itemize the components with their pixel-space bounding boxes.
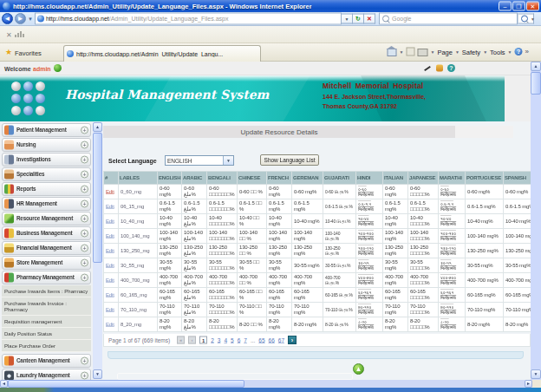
scroll-left-icon[interactable]: ◄: [0, 380, 8, 388]
sidebar-item-reports[interactable]: Reports+: [2, 182, 91, 196]
value-cell: 30-55 mg%: [466, 258, 504, 273]
back-button[interactable]: ◄: [2, 13, 13, 24]
expand-plus-icon[interactable]: +: [81, 357, 88, 365]
sidebar-scroll-down-icon[interactable]: ▼: [93, 369, 102, 379]
search-button[interactable]: ▼: [518, 14, 534, 24]
window-horizontal-scrollbar[interactable]: ◄ ►: [0, 380, 532, 388]
chevron-more-icon[interactable]: »: [525, 49, 529, 56]
edit-link[interactable]: Edit: [106, 203, 114, 209]
expand-plus-icon[interactable]: +: [81, 156, 88, 164]
pager-next-button[interactable]: ›: [288, 336, 297, 344]
print-dropdown-icon[interactable]: ▼: [430, 49, 434, 55]
help-person-icon[interactable]: ?: [447, 64, 455, 72]
submenu-item[interactable]: Daily Position Status: [2, 328, 91, 340]
menubar-close-icon[interactable]: ✕: [6, 31, 12, 38]
sidebar-item-hr-management[interactable]: HR Management+: [2, 197, 91, 211]
hscroll-thumb[interactable]: [8, 380, 244, 388]
expand-plus-icon[interactable]: +: [81, 259, 88, 267]
sidebar-item-store-management[interactable]: Store Management+: [2, 256, 91, 270]
pager-prev-button[interactable]: ‹: [188, 336, 196, 344]
sidebar-scroll-up-icon[interactable]: ▲: [93, 122, 102, 132]
expand-plus-icon[interactable]: +: [81, 186, 88, 193]
pager-page-link[interactable]: 66: [269, 336, 275, 343]
submenu-item[interactable]: Purchase Inwards Items : Pharmacy: [2, 285, 91, 297]
edit-link[interactable]: Edit: [106, 218, 114, 224]
pager-page-link[interactable]: 7: [244, 336, 247, 343]
home-icon[interactable]: [387, 49, 396, 56]
expand-plus-icon[interactable]: +: [81, 171, 88, 179]
expand-plus-icon[interactable]: +: [81, 215, 88, 223]
scroll-up-icon[interactable]: ▲: [531, 62, 541, 71]
edit-link[interactable]: Edit: [106, 262, 114, 268]
sidebar-item-financial-management[interactable]: Financial Management+: [2, 241, 91, 255]
sidebar-scrollbar[interactable]: ▲ ▼: [93, 122, 102, 379]
edit-link[interactable]: Edit: [106, 321, 114, 327]
edit-link[interactable]: Edit: [106, 247, 114, 253]
edit-link[interactable]: Edit: [106, 188, 114, 194]
sidebar-item-patient-management[interactable]: Patient Management+: [2, 123, 91, 137]
edit-link[interactable]: Edit: [106, 232, 114, 238]
favorites-star-icon[interactable]: ★: [5, 48, 12, 56]
pager-page-link[interactable]: 67: [278, 336, 284, 343]
sidebar-item-specialities[interactable]: Specialities+: [2, 167, 91, 181]
expand-plus-icon[interactable]: +: [81, 141, 88, 149]
search-input[interactable]: Google: [379, 13, 518, 25]
feeds-icon[interactable]: [406, 48, 414, 56]
edit-link[interactable]: Edit: [106, 306, 114, 312]
browser-tab[interactable]: http://hms.cloudapp.net/Admin_Utility/Up…: [63, 45, 261, 62]
minimize-button[interactable]: ‒: [499, 2, 512, 11]
briefcase-icon[interactable]: [436, 65, 443, 72]
help-icon[interactable]: ?: [515, 48, 523, 56]
pager-page-link[interactable]: 3: [218, 336, 221, 343]
scroll-to-top-button[interactable]: ▲: [353, 363, 364, 375]
restore-button[interactable]: ❐: [512, 2, 525, 11]
sidebar-item-pharmacy-management[interactable]: Pharmacy Management+: [2, 271, 91, 284]
menu-tools[interactable]: Tools: [490, 48, 505, 56]
menu-page[interactable]: Page: [437, 48, 453, 56]
pager-page-link[interactable]: 2: [211, 336, 214, 343]
stop-button[interactable]: ✕: [364, 14, 375, 24]
sidebar-item-canteen-management[interactable]: Canteen Management+: [2, 354, 91, 368]
value-cell: 10-40 mg%: [267, 214, 292, 229]
sidebar-scroll-thumb[interactable]: [93, 133, 102, 263]
print-icon[interactable]: [417, 49, 427, 56]
signature-pen-icon[interactable]: [423, 64, 432, 72]
address-field[interactable]: http://hms.cloudapp.net/Admin_Utility/Up…: [35, 13, 342, 25]
expand-plus-icon[interactable]: +: [81, 127, 88, 134]
expand-plus-icon[interactable]: +: [81, 230, 88, 238]
expand-plus-icon[interactable]: +: [81, 200, 88, 208]
show-language-list-button[interactable]: Show Language List: [260, 154, 319, 166]
edit-link[interactable]: Edit: [106, 291, 114, 297]
window-vertical-scrollbar[interactable]: ▲ ▼: [531, 62, 541, 380]
home-dropdown-icon[interactable]: ▼: [399, 49, 403, 55]
pager-page-link[interactable]: 4: [224, 336, 227, 343]
search-options-icon[interactable]: ▼: [531, 16, 535, 22]
scroll-thumb[interactable]: [531, 72, 541, 95]
pager-page-link[interactable]: 65: [258, 336, 264, 343]
close-button[interactable]: ✕: [526, 2, 539, 11]
menu-safety[interactable]: Safety: [462, 48, 480, 56]
address-dropdown-button[interactable]: ▼: [342, 14, 353, 24]
scroll-right-icon[interactable]: ►: [525, 380, 532, 388]
submenu-item[interactable]: Requisition management: [2, 316, 91, 328]
submenu-item[interactable]: Place Purchase Order: [2, 340, 91, 352]
history-dropdown-icon[interactable]: ▼: [28, 16, 33, 22]
language-select[interactable]: ENGLISH ▼: [165, 155, 234, 166]
sidebar-item-investigations[interactable]: Investigations+: [2, 153, 91, 167]
forward-button[interactable]: ►: [15, 13, 26, 24]
pager-page-link[interactable]: 5: [231, 336, 234, 343]
language-dropdown-icon[interactable]: ▼: [223, 156, 233, 165]
scroll-down-icon[interactable]: ▼: [531, 369, 541, 379]
expand-plus-icon[interactable]: +: [81, 245, 88, 252]
expand-plus-icon[interactable]: +: [81, 274, 88, 282]
favorites-label[interactable]: Favorites: [15, 49, 42, 57]
pager-first-button[interactable]: «: [177, 336, 185, 344]
expand-plus-icon[interactable]: +: [81, 372, 88, 380]
sidebar-item-nursing[interactable]: Nursing+: [2, 138, 91, 152]
submenu-item[interactable]: Purchase Inwards Invoice : Pharmacy: [2, 297, 91, 316]
sidebar-item-business-management[interactable]: Business Management+: [2, 226, 91, 240]
refresh-button[interactable]: ↻: [353, 14, 364, 24]
sidebar-item-resource-management[interactable]: Resource Management+: [2, 212, 91, 225]
pager-page-link[interactable]: 6: [238, 336, 241, 343]
edit-link[interactable]: Edit: [106, 277, 114, 283]
